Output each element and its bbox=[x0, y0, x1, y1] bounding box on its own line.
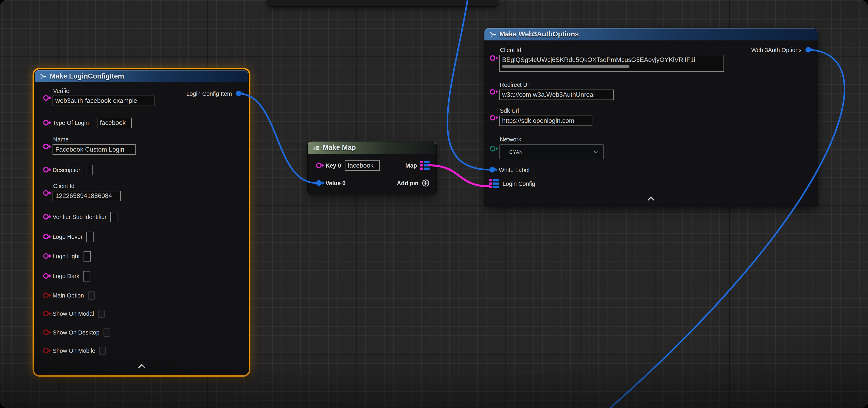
row-show-on-modal: Show On Modal bbox=[43, 308, 241, 319]
pin-show-on-modal[interactable] bbox=[43, 311, 49, 316]
add-pin-label: Add pin bbox=[397, 180, 418, 186]
row-redirect-url: Redirect Url w3a://com.w3a.Web3AuthUnrea… bbox=[490, 81, 811, 100]
row-show-on-desktop: Show On Desktop bbox=[43, 327, 241, 338]
row-logo-dark: Logo Dark bbox=[43, 270, 241, 281]
pin-verifier[interactable] bbox=[43, 95, 49, 101]
pin-label-login-config: Login Config bbox=[502, 180, 535, 187]
pin-label-value0: Value 0 bbox=[326, 180, 345, 186]
name-input[interactable]: Facebook Custom Login bbox=[53, 144, 136, 155]
pin-label-redirect-url: Redirect Url bbox=[500, 81, 614, 88]
node-make-loginconfigitem[interactable]: Make LoginConfigItem Login Config Item V… bbox=[35, 70, 248, 374]
pin-label-main-option: Main Option bbox=[53, 292, 84, 299]
pin-name[interactable] bbox=[43, 144, 49, 149]
pin-label-show-on-mobile: Show On Mobile bbox=[53, 347, 95, 354]
logo-dark-input[interactable] bbox=[83, 271, 91, 281]
client-id-scrollbar[interactable] bbox=[502, 65, 629, 68]
pin-label-logo-light: Logo Light bbox=[53, 253, 80, 260]
pin-label-sdk-url: Sdk Url bbox=[500, 107, 592, 114]
row-login-config: Login Config bbox=[489, 178, 811, 189]
verifier-sub-identifier-input[interactable] bbox=[111, 211, 118, 222]
collapse-node-chevron-icon[interactable] bbox=[648, 196, 655, 203]
client-id-text: BEglQSgt4cUWcj6SKRdu5QkOXTsePmMcusG5EAoy… bbox=[502, 57, 695, 63]
node-title: Make Map bbox=[323, 144, 356, 151]
row-logo-light: Logo Light bbox=[43, 250, 241, 262]
pin-show-on-mobile[interactable] bbox=[43, 348, 49, 353]
row-type-of-login: Type Of Login facebook bbox=[43, 117, 241, 128]
pin-verifier-sub-identifier[interactable] bbox=[43, 214, 49, 219]
node-make-map[interactable]: Make Map Key 0 facebook Map Value 0 bbox=[308, 141, 436, 195]
blueprint-graph-canvas[interactable]: Make LoginConfigItem Login Config Item V… bbox=[0, 0, 868, 408]
make-map-icon bbox=[312, 144, 319, 151]
pin-label-logo-hover: Logo Hover bbox=[53, 233, 83, 240]
node-title: Make Web3AuthOptions bbox=[499, 30, 579, 38]
row-main-option: Main Option bbox=[43, 290, 241, 301]
pin-label-white-label: White Label bbox=[499, 166, 530, 173]
pin-label-description: Description bbox=[53, 166, 82, 173]
type-of-login-input[interactable]: facebook bbox=[97, 117, 132, 128]
pin-network[interactable] bbox=[490, 146, 495, 151]
pin-label-show-on-modal: Show On Modal bbox=[53, 310, 94, 317]
pin-client-id[interactable] bbox=[490, 55, 495, 61]
description-input[interactable] bbox=[86, 165, 93, 175]
row-verifier-sub-identifier: Verifier Sub Identifier bbox=[43, 211, 241, 223]
pin-client-id[interactable] bbox=[43, 190, 49, 196]
make-struct-icon bbox=[39, 73, 46, 80]
add-pin-icon[interactable] bbox=[422, 179, 430, 187]
row-sdk-url: Sdk Url https://sdk.openlogin.com bbox=[490, 107, 811, 126]
node-make-map-titlebar[interactable]: Make Map bbox=[308, 141, 436, 154]
row-name: Name Facebook Custom Login bbox=[43, 136, 241, 155]
node-make-web3authoptions-titlebar[interactable]: Make Web3AuthOptions bbox=[485, 28, 818, 40]
pin-label-name: Name bbox=[53, 136, 135, 143]
pin-label-verifier: Verifier bbox=[53, 88, 154, 94]
row-description: Description bbox=[43, 164, 241, 175]
main-option-checkbox[interactable] bbox=[88, 291, 94, 299]
row-show-on-mobile: Show On Mobile bbox=[43, 345, 241, 356]
row-network: Network CYAN bbox=[490, 136, 811, 159]
network-selected-value: CYAN bbox=[509, 149, 523, 155]
node-make-loginconfigitem-titlebar[interactable]: Make LoginConfigItem bbox=[35, 70, 248, 82]
pin-label-network: Network bbox=[500, 136, 604, 143]
pin-logo-hover[interactable] bbox=[43, 234, 49, 239]
redirect-url-input[interactable]: w3a://com.w3a.Web3AuthUnreal bbox=[499, 90, 614, 100]
collapse-node-chevron-icon[interactable] bbox=[138, 364, 145, 371]
pin-label-key0: Key 0 bbox=[326, 162, 341, 169]
pin-key0[interactable] bbox=[316, 163, 321, 168]
row-white-label: White Label bbox=[489, 164, 811, 175]
network-dropdown[interactable]: CYAN bbox=[499, 144, 604, 159]
make-struct-icon bbox=[489, 31, 496, 38]
pin-logo-light[interactable] bbox=[43, 253, 49, 259]
offscreen-node-bottom-edge[interactable] bbox=[268, 0, 498, 7]
client-id-input[interactable]: BEglQSgt4cUWcj6SKRdu5QkOXTsePmMcusG5EAoy… bbox=[499, 55, 724, 72]
row-key0-map: Key 0 facebook Map bbox=[316, 160, 430, 171]
show-on-modal-checkbox[interactable] bbox=[98, 309, 104, 318]
pin-redirect-url[interactable] bbox=[490, 89, 495, 95]
sdk-url-input[interactable]: https://sdk.openlogin.com bbox=[499, 115, 592, 126]
key0-input[interactable]: facebook bbox=[345, 160, 380, 171]
pin-label-client-id: Client Id bbox=[53, 182, 121, 189]
chevron-down-icon bbox=[593, 148, 598, 153]
logo-hover-input[interactable] bbox=[87, 231, 94, 242]
node-title: Make LoginConfigItem bbox=[50, 72, 124, 80]
row-client-id: Client Id BEglQSgt4cUWcj6SKRdu5QkOXTsePm… bbox=[490, 46, 811, 72]
show-on-mobile-checkbox[interactable] bbox=[99, 346, 106, 355]
row-logo-hover: Logo Hover bbox=[43, 231, 241, 242]
show-on-desktop-checkbox[interactable] bbox=[103, 328, 110, 337]
pin-sdk-url[interactable] bbox=[490, 115, 495, 121]
pin-label-type-of-login: Type Of Login bbox=[53, 120, 89, 126]
pin-logo-dark[interactable] bbox=[43, 273, 49, 279]
pin-label-map: Map bbox=[405, 162, 417, 169]
row-client-id: Client Id 1222658941886084 bbox=[43, 182, 241, 201]
logo-light-input[interactable] bbox=[84, 251, 91, 261]
pin-label-show-on-desktop: Show On Desktop bbox=[53, 329, 99, 336]
client-id-input[interactable]: 1222658941886084 bbox=[53, 191, 121, 201]
pin-label-logo-dark: Logo Dark bbox=[53, 273, 80, 279]
verifier-input[interactable]: web3auth-facebook-example bbox=[53, 96, 155, 106]
pin-main-option[interactable] bbox=[43, 293, 49, 298]
pin-show-on-desktop[interactable] bbox=[43, 330, 49, 335]
pin-label-verifier-sub-identifier: Verifier Sub Identifier bbox=[53, 213, 106, 220]
pin-description[interactable] bbox=[43, 167, 49, 172]
node-make-web3authoptions[interactable]: Make Web3AuthOptions Web 3Auth Options C… bbox=[485, 28, 818, 207]
row-verifier: Verifier web3auth-facebook-example bbox=[43, 88, 241, 106]
pin-login-config[interactable] bbox=[489, 179, 499, 188]
pin-type-of-login[interactable] bbox=[43, 120, 49, 126]
